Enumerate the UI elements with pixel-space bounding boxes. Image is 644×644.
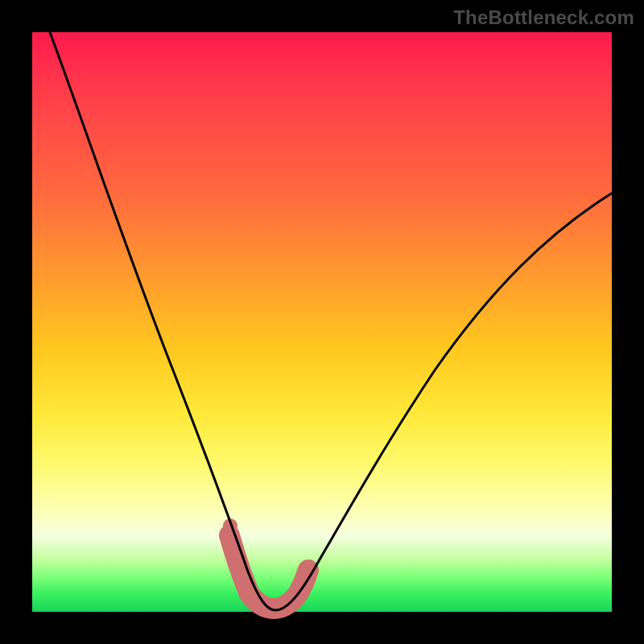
watermark-text: TheBottleneck.com <box>453 6 634 29</box>
plot-area <box>32 32 612 612</box>
chart-frame: TheBottleneck.com <box>0 0 644 644</box>
bottleneck-curve <box>50 32 612 610</box>
curve-layer <box>32 32 612 612</box>
